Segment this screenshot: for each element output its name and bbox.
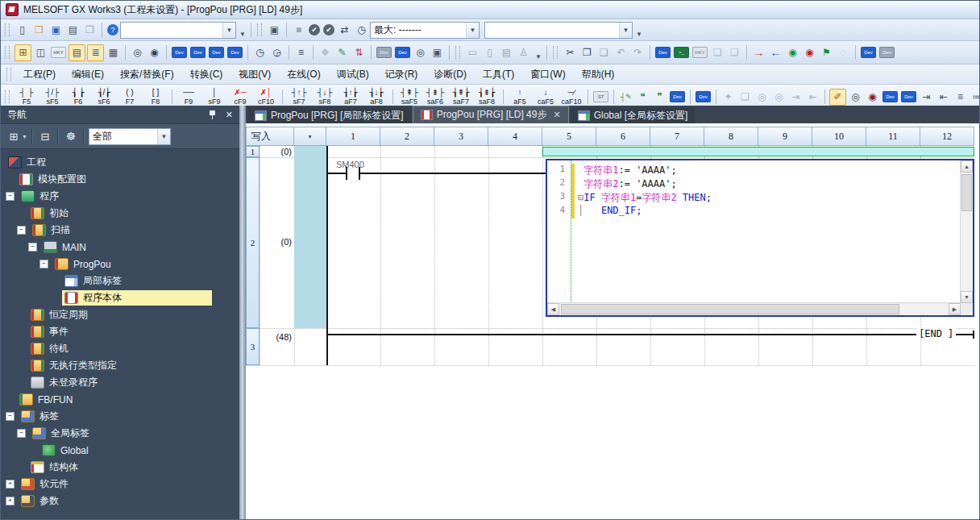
contact-bar-icon[interactable]	[346, 167, 347, 180]
toolbar-grip[interactable]	[5, 90, 10, 103]
convert-all-check-icon[interactable]: ✔	[323, 24, 334, 35]
rung-number-2[interactable]: 2	[246, 157, 260, 328]
device-display-toggle-icon[interactable]: Dev	[882, 91, 898, 102]
online-transfer-icon[interactable]: ⇄	[337, 23, 352, 38]
st-code-area[interactable]: 字符串1:= 'AAAA'; 字符串2:= 'AAAA'; ⊟IF 字符串1=字…	[578, 164, 959, 218]
jump-next-icon[interactable]: ⇥	[919, 89, 934, 105]
tree-item-global[interactable]: Global	[1, 442, 239, 459]
st-vertical-scrollbar[interactable]: ▲ ▼	[960, 160, 973, 303]
menu-view[interactable]: 视图(V)	[230, 65, 279, 84]
find-device-icon[interactable]: ◎	[413, 45, 428, 60]
toolbar-grip[interactable]	[5, 23, 10, 36]
print-icon[interactable]: ▤	[65, 23, 81, 38]
dropdown-arrow-icon[interactable]: ▼	[466, 23, 479, 38]
pin-icon[interactable]	[209, 110, 216, 119]
toolbar-grip[interactable]	[455, 46, 460, 59]
falling-pulse-button[interactable]: ┤↓├sF8	[312, 86, 338, 108]
device-comment-display-icon[interactable]: Dev	[670, 91, 685, 102]
watch-window2-icon[interactable]: ◶	[269, 45, 284, 60]
ladder-display-icon[interactable]: ≣	[87, 44, 104, 61]
tab-progpou-ladder[interactable]: ProgPou [PRG] [LD] 49步 ✕	[413, 106, 569, 123]
dropdown-arrow-icon[interactable]: ▼	[157, 129, 170, 144]
vertical-scroll-thumb[interactable]	[961, 174, 972, 211]
toolbar-overflow-icon[interactable]: ▼	[534, 45, 543, 60]
menu-diagnostics[interactable]: 诊断(D)	[426, 65, 475, 84]
toolbar-grip[interactable]	[5, 46, 10, 59]
element-selection-icon[interactable]: ◫	[33, 45, 48, 60]
collapse-expander-icon[interactable]: −	[17, 429, 26, 438]
coil-button[interactable]: ( )F7	[117, 86, 143, 108]
hotkey-window-icon[interactable]: HKY	[51, 47, 66, 58]
tree-item-fb-fun[interactable]: FB/FUN	[1, 391, 239, 408]
delete-vertical-line-button[interactable]: ✗│cF10	[253, 86, 279, 108]
tree-item-main[interactable]: −MAIN	[1, 239, 239, 256]
menubar-grip[interactable]	[6, 68, 11, 81]
monitor-stop-icon[interactable]: ◉	[802, 45, 817, 60]
tree-item-device[interactable]: +软元件	[1, 476, 239, 493]
falling-pulse-close-branch-button[interactable]: ┧⇟┟saF8	[474, 86, 500, 108]
tree-item-structured-data[interactable]: 结构体	[1, 459, 239, 476]
device-cross-reference-icon[interactable]: Dev	[227, 47, 243, 58]
menu-window[interactable]: 窗口(W)	[522, 65, 573, 84]
tree-item-event[interactable]: 事件	[1, 323, 239, 340]
tree-item-label[interactable]: −标签	[1, 408, 239, 425]
menu-debug[interactable]: 调试(B)	[329, 65, 377, 84]
tree-item-unregistered-program[interactable]: 未登录程序	[1, 374, 239, 391]
contact-bar-icon[interactable]	[359, 167, 360, 180]
falling-pulse-close-button[interactable]: ┤⇟├saF6	[422, 86, 448, 108]
application-instruction-button[interactable]: [ ]F8	[143, 86, 168, 108]
toolbar-grip[interactable]	[553, 46, 558, 59]
device-batch-replace-icon[interactable]: Dev	[209, 47, 224, 58]
scroll-right-icon[interactable]: ▶	[949, 303, 961, 315]
menu-help[interactable]: 帮助(H)	[574, 65, 623, 84]
edit-contact-icon[interactable]: ┤✎	[618, 89, 633, 105]
rising-pulse-button[interactable]: ┤↑├sF7	[286, 86, 312, 108]
collapse-expander-icon[interactable]: −	[6, 412, 15, 421]
tab-local-label-setting[interactable]: ProgPou [PRG] [局部标签设置]	[247, 107, 411, 123]
edit-statement-icon[interactable]: ❞	[652, 89, 667, 105]
read-from-plc-icon[interactable]: ←	[768, 45, 783, 60]
menu-tool[interactable]: 工具(T)	[475, 65, 522, 84]
max-display-combobox[interactable]: 最大: ------- ▼	[370, 22, 480, 39]
close-branch-button[interactable]: ┧/┟sF6	[91, 86, 117, 108]
ladder-find-edit-icon[interactable]: ◉	[865, 89, 880, 105]
ladder-find-icon[interactable]: ◎	[848, 89, 863, 105]
delete-line-button[interactable]: ─∕caF10	[559, 86, 584, 108]
io-assignment-icon[interactable]: ⇅	[351, 45, 367, 60]
align-left-icon[interactable]: ≡	[953, 89, 968, 105]
copy-icon[interactable]: ❐	[579, 45, 595, 60]
collapse-expander-icon[interactable]: −	[6, 192, 15, 201]
inline-st-box[interactable]: 1 2 3 4 字符串1:= 'AAAA'; 字符串2:= 'AAAA'; ⊟I…	[546, 159, 974, 317]
project-search-combobox[interactable]: ▼	[120, 22, 236, 39]
convert-check-icon[interactable]: ✔	[309, 24, 320, 35]
collapse-expander-icon[interactable]: −	[17, 226, 26, 235]
tree-item-parameter[interactable]: +参数	[1, 493, 239, 510]
scroll-left-icon[interactable]: ◀	[547, 303, 559, 315]
mode-dropdown-arrow-icon[interactable]: ▾	[294, 127, 326, 146]
align-list-icon[interactable]: ≔	[970, 89, 979, 105]
new-project-icon[interactable]: ▯	[15, 23, 30, 38]
ladder-editor[interactable]: 写入 ▾ 1 2 3 4 5 6 7 8 9 10 11 12	[246, 123, 979, 519]
panel-splitter[interactable]	[239, 106, 246, 519]
menu-online[interactable]: 在线(O)	[279, 65, 328, 84]
tree-item-initial[interactable]: 初始	[1, 205, 239, 222]
dropdown-arrow-icon[interactable]: ▼	[619, 23, 632, 38]
device-test-icon[interactable]: Dev	[861, 47, 876, 58]
edit-line-mode-icon[interactable]: ✐	[829, 89, 846, 106]
scroll-up-icon[interactable]: ▲	[961, 160, 973, 173]
dropdown-arrow-icon[interactable]: ▼	[222, 23, 235, 38]
menu-convert[interactable]: 转换(C)	[182, 65, 231, 84]
tree-filter-combobox[interactable]: 全部 ▼	[89, 128, 171, 145]
expand-expander-icon[interactable]: +	[6, 497, 15, 505]
menu-search-replace[interactable]: 搜索/替换(F)	[112, 65, 182, 84]
find-icon[interactable]: ◎	[130, 45, 145, 60]
toolbar-grip[interactable]	[257, 23, 262, 36]
scroll-down-icon[interactable]: ▼	[961, 291, 973, 303]
menu-project[interactable]: 工程(P)	[15, 65, 64, 84]
device-combobox[interactable]: ▼	[484, 22, 633, 39]
tree-item-fixed-cycle[interactable]: 恒定周期	[1, 306, 239, 323]
history-clock-icon[interactable]: ◷	[354, 23, 369, 38]
find-replace-icon[interactable]: ◉	[147, 45, 162, 60]
close-icon[interactable]: ✕	[226, 110, 233, 120]
device-find-icon[interactable]: Dev	[172, 47, 187, 58]
